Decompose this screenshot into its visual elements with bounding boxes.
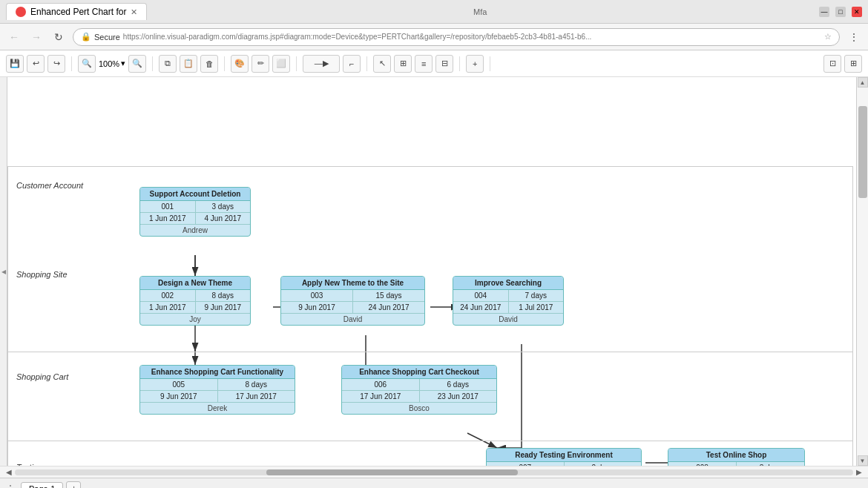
card-004-start: 24 Jun 2017 bbox=[453, 302, 509, 313]
bookmark-icon[interactable]: ☆ bbox=[824, 32, 832, 42]
pert-card-003[interactable]: Apply New Theme to the Site 003 15 days … bbox=[280, 276, 425, 326]
vertical-scrollbar[interactable]: ▲ ▼ bbox=[856, 77, 868, 466]
reload-button[interactable]: ↻ bbox=[50, 29, 67, 45]
card-001-title: Support Account Deletion bbox=[140, 188, 250, 201]
scroll-thumb[interactable] bbox=[858, 106, 867, 198]
left-handle[interactable]: ◀ bbox=[0, 77, 7, 466]
pert-card-001[interactable]: Support Account Deletion 001 3 days 1 Ju… bbox=[139, 187, 251, 237]
horizontal-scrollbar[interactable] bbox=[15, 469, 853, 475]
zoom-in-button[interactable]: 🔍 bbox=[78, 55, 96, 73]
scroll-down-button[interactable]: ▼ bbox=[858, 455, 868, 466]
zoom-label: 100% bbox=[99, 59, 119, 68]
card-005-title: Enhance Shopping Cart Functionality bbox=[140, 366, 295, 379]
card-008-title: Test Online Shop bbox=[668, 449, 804, 462]
card-002-start: 1 Jun 2017 bbox=[140, 302, 196, 313]
add-button[interactable]: + bbox=[466, 55, 484, 73]
group-button[interactable]: ⊞ bbox=[394, 55, 412, 73]
pert-card-007[interactable]: Ready Testing Environment 007 2 days 3 J… bbox=[486, 448, 642, 466]
h-scroll-left-btn[interactable]: ◀ bbox=[6, 468, 12, 476]
pert-card-002[interactable]: Design a New Theme 002 8 days 1 Jun 2017… bbox=[139, 276, 251, 326]
lane-label-testing: Testing bbox=[16, 463, 42, 466]
card-003-end: 24 Jun 2017 bbox=[353, 302, 424, 313]
tab-favicon bbox=[16, 7, 26, 17]
card-005-end: 17 Jun 2017 bbox=[218, 391, 295, 402]
toolbar-sep-2 bbox=[152, 56, 153, 71]
distribute-button[interactable]: ⊟ bbox=[435, 55, 453, 73]
fit-page-button[interactable]: ⊡ bbox=[823, 55, 841, 73]
line-color-button[interactable]: ✏ bbox=[251, 55, 269, 73]
tab-close-button[interactable]: ✕ bbox=[131, 7, 137, 17]
redo-button[interactable]: ↪ bbox=[47, 55, 65, 73]
scroll-up-button[interactable]: ▲ bbox=[858, 77, 868, 88]
save-button[interactable]: 💾 bbox=[6, 55, 24, 73]
h-scroll-thumb[interactable] bbox=[266, 469, 518, 475]
card-006-duration: 6 days bbox=[420, 379, 497, 390]
card-008-num: 008 bbox=[668, 462, 737, 466]
card-005-start: 9 Jun 2017 bbox=[140, 391, 218, 402]
card-002-owner: Joy bbox=[140, 314, 250, 325]
copy-button[interactable]: ⧉ bbox=[159, 55, 177, 73]
lane-border-right bbox=[852, 166, 853, 466]
pert-card-006[interactable]: Enhance Shopping Cart Checkout 006 6 day… bbox=[341, 365, 497, 415]
paste-button[interactable]: 📋 bbox=[180, 55, 197, 73]
card-006-start: 17 Jun 2017 bbox=[342, 391, 420, 402]
zoom-dropdown-icon[interactable]: ▾ bbox=[121, 59, 125, 68]
zoom-out-button[interactable]: 🔍 bbox=[128, 55, 146, 73]
card-002-end: 9 Jun 2017 bbox=[196, 302, 251, 313]
card-003-title: Apply New Theme to the Site bbox=[281, 277, 424, 290]
minimize-button[interactable]: — bbox=[819, 7, 829, 17]
more-options-button[interactable]: ⋮ bbox=[846, 29, 862, 45]
shape-button[interactable]: ⬜ bbox=[272, 55, 290, 73]
pointer-button[interactable]: ↖ bbox=[373, 55, 391, 73]
close-button[interactable]: ✕ bbox=[852, 7, 862, 17]
tab-title: Enhanced Pert Chart for bbox=[30, 7, 126, 17]
fill-button[interactable]: 🎨 bbox=[231, 55, 249, 73]
card-006-num: 006 bbox=[342, 379, 420, 390]
add-page-button[interactable]: + bbox=[66, 481, 81, 489]
back-button[interactable]: ← bbox=[6, 29, 22, 45]
scroll-track[interactable] bbox=[858, 88, 868, 455]
card-001-duration: 3 days bbox=[196, 201, 251, 212]
card-004-owner: David bbox=[453, 314, 563, 325]
lane-border-top bbox=[7, 166, 853, 167]
page-dots[interactable]: ⋮ bbox=[6, 484, 15, 489]
card-003-duration: 15 days bbox=[353, 290, 424, 301]
toolbar-sep-6 bbox=[459, 56, 460, 71]
card-005-num: 005 bbox=[140, 379, 218, 390]
toolbar-sep-5 bbox=[366, 56, 367, 71]
card-004-title: Improve Searching bbox=[453, 277, 563, 290]
card-002-title: Design a New Theme bbox=[140, 277, 250, 290]
card-007-num: 007 bbox=[487, 462, 565, 466]
diagram-canvas[interactable]: Customer Account Shopping Site Shopping … bbox=[7, 77, 868, 466]
maximize-button[interactable]: □ bbox=[835, 7, 846, 17]
card-001-end: 4 Jun 2017 bbox=[196, 213, 251, 224]
url-text: https://online.visual-paradigm.com/diagr… bbox=[123, 33, 592, 41]
toolbar-sep-1 bbox=[71, 56, 72, 71]
undo-button[interactable]: ↩ bbox=[27, 55, 45, 73]
align-button[interactable]: ≡ bbox=[415, 55, 433, 73]
pert-card-004[interactable]: Improve Searching 004 7 days 24 Jun 2017… bbox=[453, 276, 564, 326]
secure-icon: 🔒 bbox=[81, 32, 91, 42]
connector-button[interactable]: —▶ bbox=[303, 55, 340, 73]
delete-button[interactable]: 🗑 bbox=[200, 55, 218, 73]
elbow-button[interactable]: ⌐ bbox=[343, 55, 361, 73]
card-003-owner: David bbox=[281, 314, 424, 325]
url-bar[interactable]: 🔒 Secure https://online.visual-paradigm.… bbox=[73, 28, 840, 46]
card-005-duration: 8 days bbox=[218, 379, 295, 390]
toolbar-sep-7 bbox=[490, 56, 490, 71]
address-bar: ← → ↻ 🔒 Secure https://online.visual-par… bbox=[0, 24, 868, 50]
browser-tab[interactable]: Enhanced Pert Chart for ✕ bbox=[6, 3, 147, 20]
lane-label-customer: Customer Account bbox=[16, 181, 83, 190]
pert-card-008[interactable]: Test Online Shop 008 8 days 5 Jul 2017 1… bbox=[668, 448, 805, 466]
url-secure-label: Secure bbox=[94, 33, 120, 42]
toolbar: 💾 ↩ ↪ 🔍 100% ▾ 🔍 ⧉ 📋 🗑 🎨 ✏ ⬜ —▶ ⌐ ↖ ⊞ ≡ … bbox=[0, 50, 868, 77]
lane-divider-3 bbox=[7, 441, 853, 441]
h-scroll-right-btn[interactable]: ▶ bbox=[856, 468, 862, 476]
panel-toggle-button[interactable]: ⊞ bbox=[844, 55, 862, 73]
main-area: ◀ bbox=[0, 77, 868, 466]
pert-card-005[interactable]: Enhance Shopping Cart Functionality 005 … bbox=[139, 365, 295, 415]
page-tab-1[interactable]: Page-1 bbox=[21, 482, 63, 489]
forward-button[interactable]: → bbox=[28, 29, 45, 45]
zoom-display: 100% ▾ bbox=[99, 59, 125, 68]
title-bar: Enhanced Pert Chart for ✕ Mfa — □ ✕ bbox=[0, 0, 868, 24]
